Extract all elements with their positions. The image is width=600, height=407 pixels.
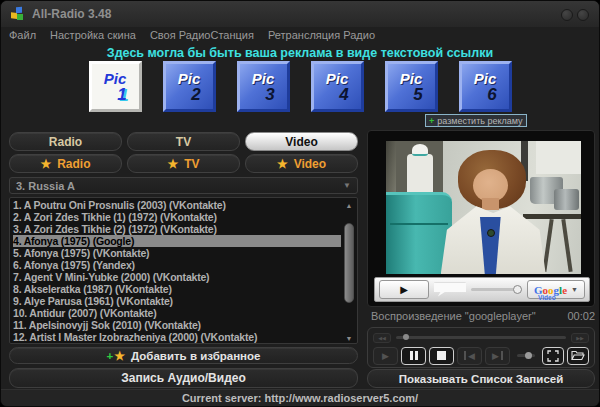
app-window: All-Radio 3.48 Файл Настройка скина Своя… (0, 0, 600, 407)
stop-button[interactable] (429, 347, 454, 365)
ad-banner-5[interactable]: Pic 5 (385, 61, 438, 112)
stop-icon (437, 351, 446, 360)
scroll-down-icon[interactable]: ▼ (343, 335, 355, 343)
playback-time: 00:02 (567, 310, 595, 322)
scroll-up-icon[interactable]: ▲ (343, 202, 355, 210)
record-label: Запись Аудио/Видео (121, 371, 246, 385)
banner-number: 6 (487, 86, 496, 103)
video-frame[interactable] (386, 141, 581, 274)
google-video-menu-button[interactable]: Google Video ▼ (527, 280, 585, 299)
close-button[interactable] (577, 9, 589, 21)
video-player: ▶ Google Video ▼ (367, 130, 595, 307)
tab-video[interactable]: Video (245, 132, 358, 151)
scrollbar-thumb[interactable] (344, 223, 354, 303)
plus-icon: + (429, 116, 434, 126)
tab-tv[interactable]: TV (127, 132, 240, 151)
tab-fav-video[interactable]: ★ Video (245, 154, 358, 173)
add-favorite-label: Добавить в избранное (131, 350, 261, 362)
tab-radio[interactable]: Radio (9, 132, 122, 151)
record-button[interactable]: Запись Аудио/Видео (9, 368, 358, 388)
previous-icon (464, 351, 466, 360)
ad-banner-3[interactable]: Pic 3 (237, 61, 290, 112)
menu-file[interactable]: Файл (9, 29, 36, 41)
tab-label: Video (294, 157, 326, 171)
tab-label: TV (184, 157, 199, 171)
slider-thumb[interactable] (403, 334, 409, 340)
fullscreen-button[interactable] (542, 347, 564, 365)
window-title: All-Radio 3.48 (32, 7, 111, 21)
title-bar[interactable]: All-Radio 3.48 (1, 1, 599, 27)
previous-button[interactable]: ◀ (457, 347, 482, 365)
banner-label: Pic (178, 71, 201, 86)
ad-banner-6[interactable]: Pic 6 (459, 61, 512, 112)
next-button[interactable]: ▶ (485, 347, 510, 365)
next-icon (501, 351, 503, 360)
list-item[interactable]: 7. Agent V Mini-Yubke (2000) (VKontakte) (13, 271, 341, 283)
plus-icon: + (107, 350, 114, 362)
fullscreen-icon (547, 350, 559, 362)
main-tabs: Radio TV Video (9, 132, 358, 151)
playback-status-row: Воспроизведение "googleplayer" 00:02 (371, 310, 595, 322)
ad-text-link[interactable]: Здесь могла бы быть ваша реклама в виде … (107, 46, 493, 60)
list-item[interactable]: 8. Akseleratka (1987) (VKontakte) (13, 283, 341, 295)
menu-skin-settings[interactable]: Настройка скина (50, 29, 136, 41)
next-icon: ▶ (492, 351, 499, 361)
banner-label: Pic (104, 71, 127, 86)
tab-label: Radio (57, 157, 90, 171)
tab-fav-radio[interactable]: ★ Radio (9, 154, 122, 173)
slider-thumb[interactable] (513, 285, 522, 294)
place-ad-link[interactable]: + разместить рекламу (425, 114, 527, 127)
playlist: 1. A Poutru Oni Prosnulis (2003) (VKonta… (9, 197, 358, 344)
ad-banner-1[interactable]: Pic 1 (89, 61, 142, 112)
list-item[interactable]: 9. Alye Parusa (1961) (VKontakte) (13, 295, 341, 307)
station-dropdown[interactable]: 3. Russia A ▼ (9, 177, 358, 194)
google-volume-slider[interactable] (471, 288, 522, 291)
google-play-button[interactable]: ▶ (379, 280, 429, 299)
list-item-selected[interactable]: 4. Afonya (1975) (Google) (13, 235, 341, 247)
ad-banner-2[interactable]: Pic 2 (163, 61, 216, 112)
show-records-label: Показывать Список Записей (399, 373, 564, 385)
chevron-down-icon: ▼ (571, 286, 578, 293)
ad-headline-row: Здесь могла бы быть ваша реклама в виде … (1, 43, 599, 59)
list-item[interactable]: 12. Artist I Master Izobrazheniya (2000)… (13, 331, 341, 343)
list-item[interactable]: 3. A Zori Zdes Tikhie (2) (1972) (VKonta… (13, 223, 341, 235)
banner-label: Pic (326, 71, 349, 86)
ad-banner-4[interactable]: Pic 4 (311, 61, 364, 112)
show-records-button[interactable]: Показывать Список Записей (367, 369, 595, 388)
list-item[interactable]: 11. Apelsinovyjj Sok (2010) (VKontakte) (13, 319, 341, 331)
pause-icon (410, 351, 413, 360)
banner-label: Pic (400, 71, 423, 86)
pause-button[interactable] (401, 347, 426, 365)
banner-number: 3 (265, 86, 274, 103)
seek-row: ◀◀ ▶▶ (373, 332, 589, 343)
banner-label: Pic (474, 71, 497, 86)
video-art-hood (536, 141, 581, 174)
progress-bubble-icon[interactable] (434, 283, 466, 297)
rewind-button[interactable]: ◀◀ (373, 333, 391, 343)
video-art-pendant (487, 229, 495, 237)
tab-fav-tv[interactable]: ★ TV (127, 154, 240, 173)
seek-slider[interactable] (396, 336, 566, 339)
play-icon: ▶ (382, 351, 389, 361)
menu-relay-radio[interactable]: Ретрансляция Радио (268, 29, 375, 41)
list-item[interactable]: 2. A Zori Zdes Tikhie (1) (1972) (VKonta… (13, 211, 341, 223)
star-icon: ★ (114, 349, 125, 363)
menu-own-station[interactable]: Своя РадиоСтанция (150, 29, 254, 41)
playlist-scrollbar[interactable]: ▲ ▼ (343, 200, 355, 343)
banner-number: 4 (339, 86, 348, 103)
list-item[interactable]: 10. Antidur (2007) (VKontakte) (13, 307, 341, 319)
pause-icon (415, 351, 418, 360)
slider-thumb[interactable] (525, 352, 532, 359)
tab-label: Video (285, 135, 317, 149)
video-art-pot (554, 189, 579, 210)
menu-bar: Файл Настройка скина Своя РадиоСтанция Р… (1, 27, 599, 43)
play-button[interactable]: ▶ (373, 347, 398, 365)
open-file-button[interactable] (567, 347, 589, 365)
minimize-button[interactable] (561, 9, 573, 21)
list-item[interactable]: 1. A Poutru Oni Prosnulis (2003) (VKonta… (13, 199, 341, 211)
list-item[interactable]: 5. Afonya (1975) (VKontakte) (13, 247, 341, 259)
add-favorite-button[interactable]: + ★ Добавить в избранное (9, 347, 358, 364)
volume-slider[interactable] (517, 354, 535, 357)
list-item[interactable]: 6. Afonya (1975) (Yandex) (13, 259, 341, 271)
fast-forward-button[interactable]: ▶▶ (571, 333, 589, 343)
